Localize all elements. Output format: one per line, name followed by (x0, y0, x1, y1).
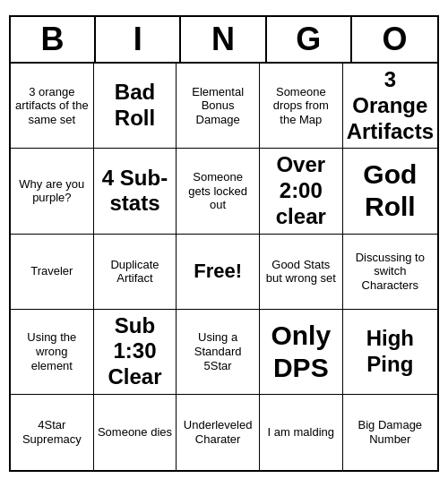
bingo-cell: Underleveled Charater (177, 395, 260, 470)
bingo-cell: I am malding (260, 395, 343, 470)
bingo-letter: G (267, 17, 352, 62)
bingo-cell: Good Stats but wrong set (260, 235, 343, 310)
bingo-letter: N (181, 17, 266, 62)
bingo-cell: Using a Standard 5Star (177, 310, 260, 395)
bingo-header: BINGO (11, 17, 437, 64)
bingo-card: BINGO 3 orange artifacts of the same set… (9, 15, 439, 472)
bingo-cell: Big Damage Number (343, 395, 437, 470)
bingo-cell: Duplicate Artifact (94, 235, 177, 310)
bingo-cell: Only DPS (260, 310, 343, 395)
bingo-cell: Elemental Bonus Damage (177, 64, 260, 149)
bingo-cell: Someone dies (94, 395, 177, 470)
bingo-cell: Why are you purple? (11, 149, 94, 234)
bingo-cell: 3 Orange Artifacts (343, 64, 437, 149)
bingo-cell: Free! (177, 235, 260, 310)
bingo-cell: Over 2:00 clear (260, 149, 343, 234)
bingo-cell: 3 orange artifacts of the same set (11, 64, 94, 149)
bingo-cell: 4Star Supremacy (11, 395, 94, 470)
bingo-cell: Someone drops from the Map (260, 64, 343, 149)
bingo-letter: B (11, 17, 96, 62)
bingo-cell: Sub 1:30 Clear (94, 310, 177, 395)
bingo-letter: O (352, 17, 437, 62)
bingo-cell: Someone gets locked out (177, 149, 260, 234)
bingo-letter: I (96, 17, 181, 62)
bingo-cell: Bad Roll (94, 64, 177, 149)
bingo-cell: Using the wrong element (11, 310, 94, 395)
bingo-cell: Traveler (11, 235, 94, 310)
bingo-cell: Discussing to switch Characters (343, 235, 437, 310)
bingo-cell: God Roll (343, 149, 437, 234)
bingo-cell: 4 Sub-stats (94, 149, 177, 234)
bingo-grid: 3 orange artifacts of the same setBad Ro… (11, 64, 437, 470)
bingo-cell: High Ping (343, 310, 437, 395)
